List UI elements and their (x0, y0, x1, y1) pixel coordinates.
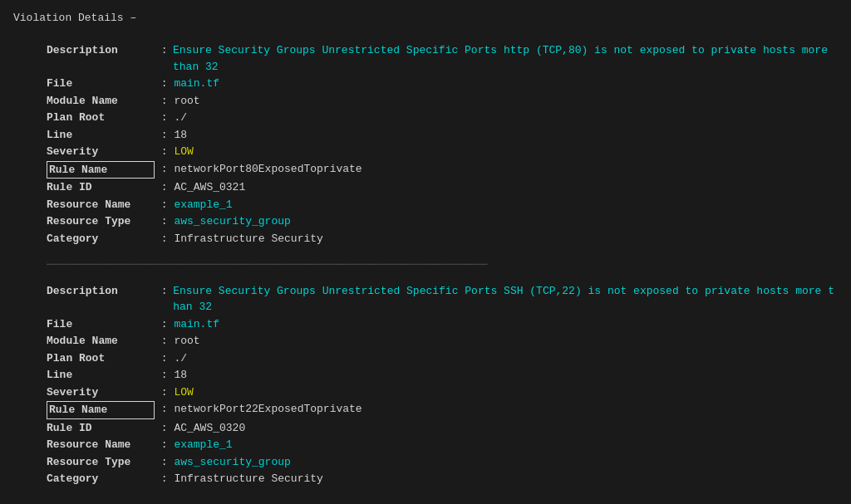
v1-severity-colon: : (155, 144, 174, 160)
v1-description-colon: : (155, 42, 173, 75)
v1-ruleid-value: AC_AWS_0321 (174, 179, 245, 196)
v2-description-row: Description : Ensure Security Groups Unr… (47, 283, 838, 316)
v2-resourcetype-row: Resource Type : aws_security_group (47, 454, 838, 471)
v2-ruleid-colon: : (155, 420, 174, 437)
v1-ruleid-row: Rule ID : AC_AWS_0321 (47, 179, 838, 196)
v2-module-colon: : (155, 333, 174, 350)
v2-resourcename-row: Resource Name : example_1 (47, 437, 838, 453)
v2-planroot-row: Plan Root : ./ (47, 350, 838, 367)
v1-category-value: Infrastructure Security (174, 231, 322, 247)
v2-planroot-colon: : (155, 350, 174, 367)
v2-rulename-value: networkPort22ExposedToprivate (174, 401, 362, 419)
violation-details-title: Violation Details – (13, 12, 136, 24)
v2-line-value: 18 (174, 367, 187, 384)
v1-module-row: Module Name : root (47, 93, 838, 110)
v1-file-label: File (47, 76, 155, 92)
v1-planroot-row: Plan Root : ./ (47, 110, 838, 126)
v1-file-colon: : (155, 76, 174, 92)
v2-severity-value: LOW (174, 384, 193, 401)
v2-severity-row: Severity : LOW (47, 384, 838, 401)
v2-rulename-colon: : (155, 401, 174, 419)
v2-ruleid-label: Rule ID (47, 420, 155, 437)
v2-planroot-value: ./ (174, 350, 187, 367)
v1-severity-row: Severity : LOW (47, 144, 838, 160)
v2-description-colon: : (155, 283, 173, 316)
v2-description-value: Ensure Security Groups Unrestricted Spec… (173, 283, 838, 316)
v1-category-colon: : (155, 231, 174, 247)
v1-planroot-value: ./ (174, 110, 187, 126)
v1-description-value: Ensure Security Groups Unrestricted Spec… (173, 42, 838, 75)
v1-severity-label: Severity (47, 144, 155, 160)
v2-file-value: main.tf (174, 316, 219, 333)
v2-ruleid-value: AC_AWS_0320 (174, 420, 245, 437)
divider-1: ────────────────────────────────────────… (47, 257, 838, 273)
v1-resourcename-colon: : (155, 197, 174, 213)
v2-line-colon: : (155, 367, 174, 384)
v2-severity-colon: : (155, 384, 174, 401)
v1-resourcename-label: Resource Name (47, 197, 155, 213)
v2-file-colon: : (155, 316, 174, 333)
v1-rulename-label: Rule Name (47, 161, 155, 179)
v2-rulename-label: Rule Name (47, 401, 155, 419)
v1-module-label: Module Name (47, 93, 155, 110)
v2-severity-label: Severity (47, 384, 155, 401)
v1-ruleid-label: Rule ID (47, 179, 155, 196)
v1-planroot-colon: : (155, 110, 174, 126)
v2-resourcetype-colon: : (155, 454, 174, 471)
v2-module-label: Module Name (47, 333, 155, 350)
v1-resourcetype-value: aws_security_group (174, 213, 290, 230)
v2-line-row: Line : 18 (47, 367, 838, 384)
v1-rulename-row: Rule Name : networkPort80ExposedToprivat… (47, 161, 838, 179)
v1-line-value: 18 (174, 127, 187, 144)
v1-module-colon: : (155, 93, 174, 110)
v2-module-row: Module Name : root (47, 333, 838, 350)
v2-category-row: Category : Infrastructure Security (47, 471, 838, 487)
violation-details-header: Violation Details – (13, 10, 838, 27)
v1-planroot-label: Plan Root (47, 110, 155, 126)
v1-resourcetype-row: Resource Type : aws_security_group (47, 213, 838, 230)
v2-line-label: Line (47, 367, 155, 384)
v2-category-label: Category (47, 471, 155, 487)
v2-ruleid-row: Rule ID : AC_AWS_0320 (47, 420, 838, 437)
violation-1: Description : Ensure Security Groups Unr… (13, 42, 838, 247)
v1-category-label: Category (47, 231, 155, 247)
v1-line-row: Line : 18 (47, 127, 838, 144)
v2-resourcename-value: example_1 (174, 437, 232, 453)
v1-description-label: Description (47, 42, 155, 75)
v1-file-row: File : main.tf (47, 76, 838, 92)
v1-line-colon: : (155, 127, 174, 144)
v2-category-colon: : (155, 471, 174, 487)
v1-severity-value: LOW (174, 144, 193, 160)
v2-description-label: Description (47, 283, 155, 316)
v1-resourcetype-label: Resource Type (47, 213, 155, 230)
v2-resourcename-colon: : (155, 437, 174, 453)
v2-planroot-label: Plan Root (47, 350, 155, 367)
v1-rulename-colon: : (155, 161, 174, 179)
v1-category-row: Category : Infrastructure Security (47, 231, 838, 247)
v2-category-value: Infrastructure Security (174, 471, 322, 487)
v1-resourcename-row: Resource Name : example_1 (47, 197, 838, 213)
v2-resourcetype-value: aws_security_group (174, 454, 290, 471)
v1-ruleid-colon: : (155, 179, 174, 196)
v2-file-label: File (47, 316, 155, 333)
v1-line-label: Line (47, 127, 155, 144)
v1-description-row: Description : Ensure Security Groups Unr… (47, 42, 838, 75)
v2-resourcename-label: Resource Name (47, 437, 155, 453)
v2-module-value: root (174, 333, 199, 350)
v1-file-value: main.tf (174, 76, 219, 92)
v2-resourcetype-label: Resource Type (47, 454, 155, 471)
v1-rulename-value: networkPort80ExposedToprivate (174, 161, 362, 179)
v2-file-row: File : main.tf (47, 316, 838, 333)
v1-resourcetype-colon: : (155, 213, 174, 230)
v2-rulename-row: Rule Name : networkPort22ExposedToprivat… (47, 401, 838, 419)
v1-module-value: root (174, 93, 199, 110)
v1-resourcename-value: example_1 (174, 197, 232, 213)
violation-2: Description : Ensure Security Groups Unr… (13, 283, 838, 487)
divider-2: ────────────────────────────────────────… (47, 497, 838, 505)
